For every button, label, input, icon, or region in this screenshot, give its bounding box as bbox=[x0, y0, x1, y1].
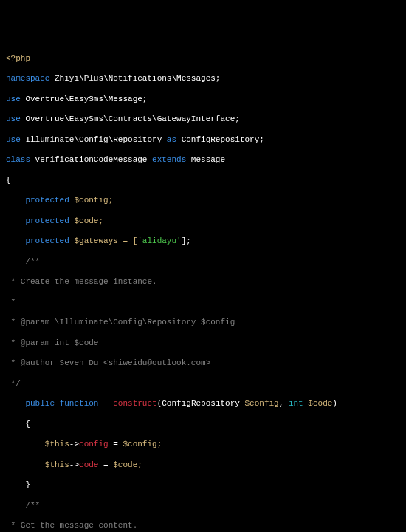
line: namespace Zhiyi\Plus\Notifications\Messa… bbox=[6, 74, 400, 84]
line: $this->code = $code; bbox=[6, 460, 400, 471]
line: $this->config = $config; bbox=[6, 440, 400, 450]
line: * @param \Illuminate\Config\Repository $… bbox=[6, 318, 400, 328]
line: */ bbox=[6, 379, 400, 389]
line: * @author Seven Du <shiweidu@outlook.com… bbox=[6, 358, 400, 369]
line: * @param int $code bbox=[6, 338, 400, 349]
line: protected $code; bbox=[6, 216, 400, 227]
line: protected $gateways = ['alidayu']; bbox=[6, 236, 400, 247]
line: use Overtrue\EasySms\Message; bbox=[6, 95, 400, 105]
line: public function __construct(ConfigReposi… bbox=[6, 399, 400, 409]
line: <?php bbox=[6, 54, 400, 64]
line: /** bbox=[6, 257, 400, 267]
code-editor: <?php namespace Zhiyi\Plus\Notifications… bbox=[6, 44, 400, 532]
line: class VerificationCodeMessage extends Me… bbox=[6, 155, 400, 166]
line: * Create the message instance. bbox=[6, 277, 400, 287]
line: { bbox=[6, 176, 400, 186]
line: protected $config; bbox=[6, 196, 400, 206]
line: use Illuminate\Config\Repository as Conf… bbox=[6, 135, 400, 146]
line: } bbox=[6, 480, 400, 491]
line: /** bbox=[6, 501, 400, 511]
line: { bbox=[6, 420, 400, 430]
line: use Overtrue\EasySms\Contracts\GatewayIn… bbox=[6, 115, 400, 125]
line: * bbox=[6, 298, 400, 308]
line: * Get the message content. bbox=[6, 521, 400, 531]
